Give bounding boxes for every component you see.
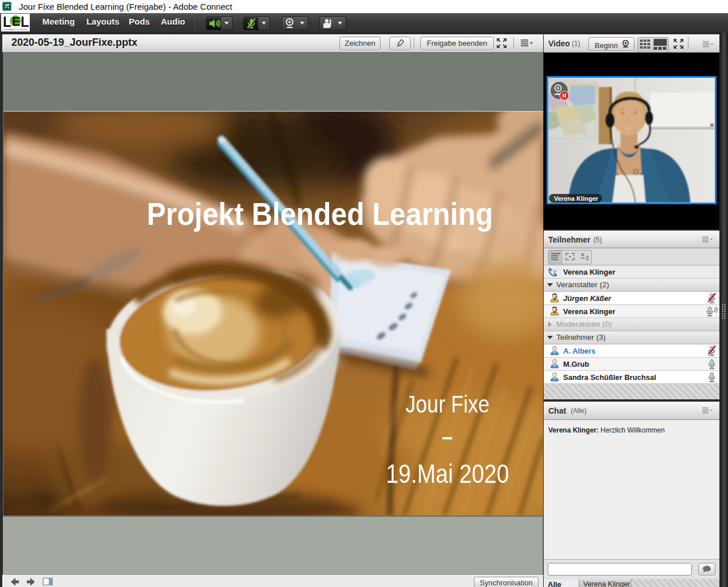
svg-text:SCHWÄBISCH GMÜND: SCHWÄBISCH GMÜND	[3, 29, 28, 31]
svg-text:L: L	[21, 14, 29, 30]
svg-text:Verena Klinger: Verena Klinger	[554, 195, 599, 202]
svg-text:Projekt Blended Learning: Projekt Blended Learning	[147, 196, 493, 232]
svg-text:L: L	[3, 14, 11, 30]
svg-text:Jour Fixe: Jour Fixe	[406, 391, 490, 418]
svg-text:E: E	[12, 14, 21, 29]
svg-text:19.Mai 2020: 19.Mai 2020	[386, 458, 509, 489]
